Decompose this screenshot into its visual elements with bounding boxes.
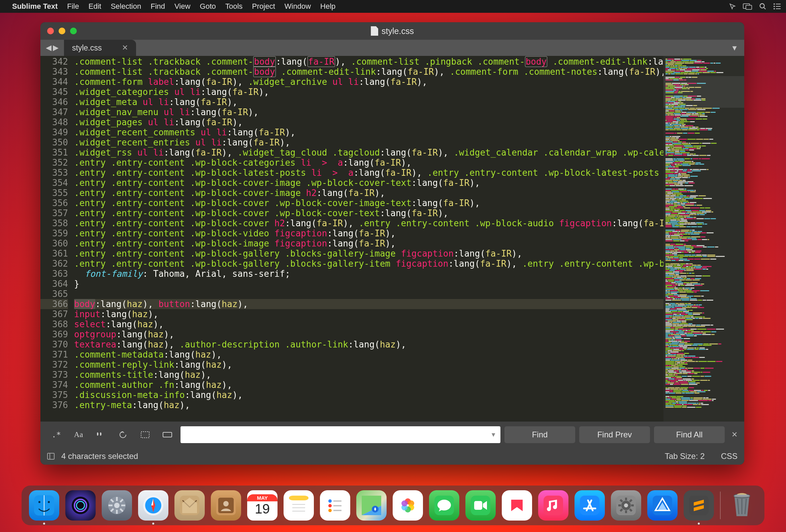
svg-rect-9 — [141, 432, 149, 438]
macos-dock: MAY19 — [22, 486, 764, 525]
dock-messages[interactable] — [429, 490, 459, 521]
tab-style-css[interactable]: style.css ✕ — [64, 40, 136, 56]
svg-line-79 — [630, 500, 632, 502]
find-history-dropdown-icon[interactable]: ▼ — [487, 431, 496, 438]
dock-notes[interactable] — [283, 490, 314, 521]
cursor-tray-icon[interactable] — [729, 3, 736, 10]
svg-rect-4 — [776, 4, 781, 4]
calendar-month: MAY — [247, 494, 277, 501]
svg-rect-38 — [289, 495, 308, 500]
find-panel: .* Aa ▼ Find Find Prev Find All ✕ — [40, 421, 744, 448]
svg-rect-10 — [163, 432, 172, 437]
svg-point-43 — [328, 499, 332, 503]
dock-maps[interactable] — [356, 490, 387, 521]
svg-rect-8 — [776, 8, 781, 9]
find-case-toggle[interactable]: Aa — [69, 426, 88, 443]
minimap-viewport[interactable] — [664, 76, 744, 108]
svg-rect-65 — [544, 495, 563, 515]
find-close-icon[interactable]: ✕ — [729, 430, 738, 439]
svg-rect-1 — [746, 5, 752, 9]
find-whole-word-toggle[interactable] — [92, 426, 110, 443]
editor-area[interactable]: 3423433443453463473483493503513523533543… — [40, 56, 744, 421]
document-icon — [371, 26, 378, 36]
menu-window[interactable]: Window — [284, 2, 311, 11]
svg-point-20 — [114, 503, 119, 508]
dock-reminders[interactable] — [320, 490, 350, 521]
svg-point-7 — [773, 8, 775, 9]
dock-news[interactable] — [502, 490, 532, 521]
calendar-day: 19 — [255, 501, 270, 516]
dock-safari[interactable] — [138, 490, 168, 521]
status-bar: 4 characters selected Tab Size: 2 CSS — [40, 448, 744, 465]
dock-siri[interactable] — [65, 490, 96, 521]
app-menu[interactable]: Sublime Text — [12, 2, 57, 11]
menu-help[interactable]: Help — [320, 2, 336, 11]
svg-point-15 — [48, 501, 50, 503]
line-number-gutter[interactable]: 3423433443453463473483493503513523533543… — [40, 56, 74, 421]
svg-point-5 — [773, 6, 775, 7]
dock-trash[interactable] — [727, 490, 757, 521]
tab-close-icon[interactable]: ✕ — [122, 43, 128, 52]
zoom-window-button[interactable] — [70, 28, 77, 34]
tab-size-status[interactable]: Tab Size: 2 — [665, 452, 705, 461]
tab-nav-back-icon[interactable]: ◀ — [46, 43, 51, 52]
svg-line-78 — [630, 509, 632, 511]
selection-status: 4 characters selected — [61, 452, 138, 461]
find-regex-toggle[interactable]: .* — [47, 426, 65, 443]
svg-point-2 — [760, 4, 764, 8]
dock-facetime[interactable] — [465, 490, 496, 521]
dock-contacts[interactable] — [211, 490, 241, 521]
minimize-window-button[interactable] — [59, 28, 65, 34]
tab-overflow-icon[interactable]: ▼ — [731, 44, 738, 52]
find-highlight-toggle[interactable] — [158, 426, 177, 443]
menu-find[interactable]: Find — [151, 2, 165, 11]
menu-view[interactable]: View — [175, 2, 190, 11]
find-input[interactable] — [185, 430, 487, 439]
tab-nav-forward-icon[interactable]: ▶ — [53, 43, 59, 52]
syntax-status[interactable]: CSS — [721, 452, 738, 461]
code-area[interactable]: .comment-list .trackback .comment-body:l… — [74, 56, 664, 421]
window-titlebar[interactable]: style.css — [40, 22, 744, 40]
svg-line-80 — [620, 509, 622, 511]
find-prev-button[interactable]: Find Prev — [579, 426, 650, 443]
dock-sublime-text[interactable] — [684, 490, 714, 521]
control-center-icon[interactable] — [773, 3, 781, 10]
find-all-button[interactable]: Find All — [654, 426, 725, 443]
svg-point-44 — [328, 504, 332, 507]
panel-switcher-icon[interactable] — [47, 453, 54, 460]
traffic-lights — [47, 28, 77, 34]
menu-project[interactable]: Project — [252, 2, 275, 11]
dock-music[interactable] — [538, 490, 569, 521]
svg-point-36 — [223, 501, 229, 506]
dock-system-preferences[interactable] — [611, 490, 641, 521]
dock-calendar[interactable]: MAY19 — [247, 490, 277, 521]
dock-launchpad[interactable] — [102, 490, 132, 521]
spotlight-search-icon[interactable] — [759, 3, 766, 10]
dock-appstore[interactable] — [575, 490, 605, 521]
dock-mail[interactable] — [175, 490, 205, 521]
dock-finder[interactable] — [29, 490, 59, 521]
close-window-button[interactable] — [47, 28, 54, 34]
tab-label: style.css — [72, 43, 102, 52]
screen-mirroring-icon[interactable] — [743, 3, 752, 10]
dock-photos[interactable] — [393, 490, 423, 521]
dock-xcode-or-similar[interactable] — [647, 490, 677, 521]
svg-rect-11 — [47, 453, 54, 459]
svg-rect-84 — [689, 495, 709, 515]
find-wrap-toggle[interactable] — [114, 426, 132, 443]
find-in-selection-toggle[interactable] — [136, 426, 154, 443]
svg-rect-62 — [474, 501, 482, 510]
svg-point-59 — [401, 500, 408, 506]
svg-point-3 — [773, 3, 775, 5]
window-title-text: style.css — [382, 26, 414, 36]
menu-selection[interactable]: Selection — [111, 2, 141, 11]
svg-point-72 — [624, 503, 628, 507]
minimap[interactable] — [664, 56, 744, 421]
menu-goto[interactable]: Goto — [200, 2, 216, 11]
find-button[interactable]: Find — [505, 426, 575, 443]
window-title: style.css — [371, 26, 414, 36]
menu-tools[interactable]: Tools — [225, 2, 242, 11]
menu-file[interactable]: File — [67, 2, 79, 11]
menu-edit[interactable]: Edit — [89, 2, 101, 11]
sublime-window: style.css ◀ ▶ style.css ✕ ▼ 342343344345… — [40, 22, 744, 465]
